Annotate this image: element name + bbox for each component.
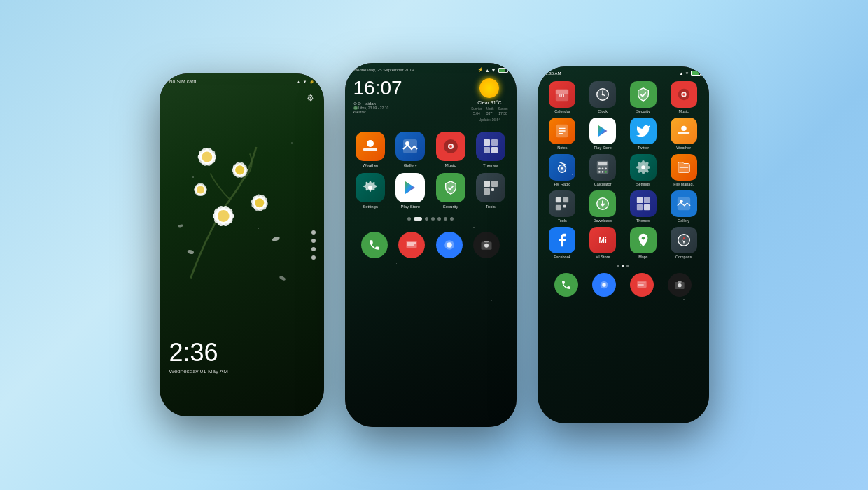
home-screen-dark: Wednesday, 25 September 2019 ⚡ ▲ ▼ 16:07… (345, 63, 517, 427)
r-signal: ▲ (680, 71, 684, 76)
app-twitter-right[interactable]: Twitter (625, 118, 662, 150)
dock-messages[interactable] (398, 232, 425, 258)
weather-icon (356, 132, 385, 161)
rdock-phone[interactable] (554, 273, 578, 297)
colon: : (375, 77, 381, 99)
app-music-right[interactable]: Music (666, 81, 702, 113)
svg-point-23 (255, 198, 264, 207)
app-gallery-right[interactable]: Gallery (666, 190, 702, 223)
app-security-center[interactable]: Security (433, 173, 468, 209)
tools-icon-center (476, 173, 505, 202)
dot-2 (312, 239, 316, 243)
svg-rect-87 (556, 197, 561, 202)
app-music-center[interactable]: Music (433, 132, 468, 167)
gallery-label-right: Gallery (678, 218, 690, 223)
sunset-col: Sunset 17:38 (498, 107, 507, 115)
filemanager-icon-right (671, 154, 697, 181)
app-tools-center[interactable]: Tools (473, 173, 507, 209)
gallery-icon-right (671, 190, 697, 217)
svg-rect-73 (678, 132, 690, 134)
rdock-messages[interactable] (630, 273, 654, 297)
app-weather[interactable]: Weather (354, 132, 388, 167)
svg-rect-46 (484, 181, 490, 187)
dock-phone[interactable] (361, 232, 388, 258)
svg-rect-41 (484, 139, 490, 146)
settings-app-icon (356, 173, 385, 202)
right-dock (538, 269, 709, 301)
right-status-icons: ▲ ▼ (680, 71, 701, 76)
weather-icon-right (671, 118, 697, 144)
app-security-right[interactable]: Security (625, 81, 662, 113)
sunrise-time: 5:04 (473, 111, 480, 115)
app-clock-right[interactable]: Clock (584, 81, 621, 113)
app-gallery[interactable]: Gallery (393, 132, 428, 167)
app-facebook-right[interactable]: Facebook (545, 227, 581, 259)
app-tools-right[interactable]: Tools (545, 190, 581, 223)
twitter-icon-right (630, 118, 657, 144)
music-label-right: Music (678, 109, 688, 113)
app-fmradio-right[interactable]: FM Radio (545, 154, 581, 186)
settings-label-right: Settings (636, 182, 650, 186)
tools-label-right: Tools (558, 218, 567, 223)
playstore-label-center: Play Store (401, 204, 421, 209)
maps-label-right: Maps (638, 255, 648, 259)
svg-point-83 (602, 171, 604, 173)
svg-point-80 (602, 167, 604, 169)
gallery-icon (396, 132, 425, 161)
widget-hours: 16 (354, 77, 375, 99)
app-calendar-right[interactable]: 01 Calendar (545, 81, 581, 113)
dot-c4 (431, 217, 435, 220)
rdock-chat[interactable] (592, 273, 616, 297)
app-settings-right[interactable]: Settings (625, 154, 662, 186)
north-label: North (486, 107, 493, 111)
svg-rect-43 (484, 147, 490, 153)
svg-point-75 (561, 167, 564, 170)
svg-rect-78 (598, 162, 608, 166)
flower-illustration (167, 94, 307, 304)
center-dock (345, 226, 517, 264)
app-settings-center[interactable]: Settings (354, 173, 388, 209)
weather-widget: 16:07 ⊙ ⊙ Haidan ♎ Libra, 23.09 - 22.10 … (345, 74, 517, 126)
music-icon-center (436, 132, 465, 161)
compass-icon-right (671, 227, 697, 253)
app-playstore-center[interactable]: Play Store (393, 173, 428, 209)
app-calculator-right[interactable]: Calculator (584, 154, 621, 186)
app-mistore-right[interactable]: Mi MI Store (584, 227, 621, 259)
svg-rect-48 (484, 188, 490, 195)
battery-icon: ⚡ (477, 67, 484, 73)
signal-icon: ▲ (485, 68, 490, 73)
security-icon-center (436, 173, 465, 202)
dot-c7 (450, 217, 454, 220)
app-filemanager-right[interactable]: File Manag. (666, 154, 702, 186)
svg-text:01: 01 (559, 92, 565, 99)
svg-rect-89 (556, 205, 561, 210)
settings-label-center: Settings (363, 204, 378, 209)
dock-chat[interactable] (436, 232, 463, 258)
svg-point-30 (272, 236, 280, 242)
security-label-center: Security (443, 204, 458, 209)
app-playstore-right[interactable]: Play Store (584, 118, 621, 150)
rdock-camera[interactable] (668, 273, 692, 297)
svg-point-67 (682, 93, 685, 96)
tools-icon-right (549, 190, 575, 217)
fmradio-icon-right (549, 154, 575, 181)
widget-location-display: ⊙ ⊙ Haidan (354, 101, 472, 106)
app-compass-right[interactable]: Compass (666, 227, 702, 259)
app-downloads-right[interactable]: Downloads (584, 190, 621, 223)
svg-rect-44 (491, 147, 498, 153)
app-weather-right[interactable]: Weather (666, 118, 702, 150)
dot-c3 (425, 217, 428, 220)
app-themes-right[interactable]: Themes (625, 190, 662, 223)
app-maps-right[interactable]: Maps (625, 227, 662, 259)
app-themes-center[interactable]: Themes (473, 132, 507, 167)
north-col: North 337° (486, 107, 493, 115)
page-indicator (312, 230, 316, 260)
dock-camera[interactable] (473, 232, 500, 258)
playstore-icon-right (589, 118, 616, 144)
svg-point-33 (178, 224, 183, 227)
battery-center (498, 68, 508, 73)
settings-icon-right (630, 154, 657, 181)
weather-label: Weather (363, 163, 379, 167)
svg-point-32 (279, 275, 286, 281)
app-notes-right[interactable]: Notes (545, 118, 581, 150)
